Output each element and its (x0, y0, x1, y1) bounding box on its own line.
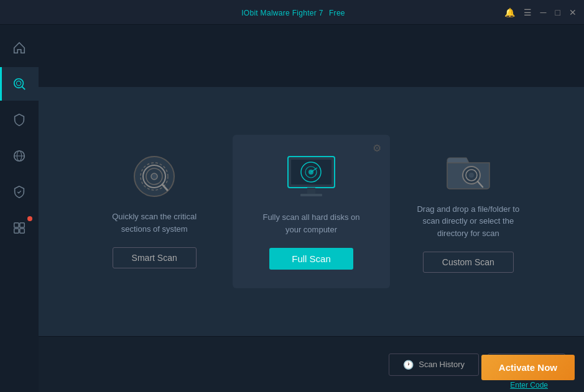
content-area: Quickly scan the critical sections of sy… (39, 25, 584, 392)
close-icon[interactable]: ✕ (569, 7, 577, 17)
svg-point-13 (151, 173, 157, 180)
svg-rect-8 (14, 229, 19, 233)
bell-icon[interactable]: 🔔 (504, 7, 515, 17)
sidebar-item-shield[interactable] (0, 103, 39, 137)
titlebar: IObit Malware Fighter 7 Free 🔔 ☰ ─ □ ✕ (0, 0, 584, 25)
maximize-icon[interactable]: □ (555, 7, 560, 17)
app-badge: Free (329, 9, 345, 17)
svg-point-2 (16, 81, 21, 85)
app-title: IObit Malware Fighter 7 Free (239, 7, 345, 17)
app-name: IObit Malware Fighter 7 (241, 9, 323, 17)
activate-now-button[interactable]: Activate Now (481, 355, 575, 380)
svg-rect-22 (307, 188, 315, 194)
scan-history-button[interactable]: 🕐 Scan History (389, 353, 479, 376)
sidebar-item-apps[interactable] (0, 211, 39, 245)
window-controls: 🔔 ☰ ─ □ ✕ (504, 0, 577, 24)
enter-code-link[interactable]: Enter Code (510, 381, 548, 390)
svg-point-26 (469, 173, 474, 178)
scan-history-label: Scan History (419, 360, 465, 369)
notification-badge (27, 216, 32, 221)
smart-scan-card: Quickly scan the critical sections of sy… (76, 136, 233, 287)
custom-scan-description: Drag and drop a file/folder to scan dire… (412, 203, 524, 240)
smart-scan-icon (132, 155, 176, 198)
smart-scan-description: Quickly scan the critical sections of sy… (98, 211, 210, 235)
svg-line-1 (22, 87, 25, 90)
full-scan-card: ⚙ (233, 135, 389, 288)
smart-scan-button[interactable]: Smart Scan (113, 247, 197, 268)
sidebar-item-network[interactable] (0, 139, 39, 173)
gear-icon[interactable]: ⚙ (373, 142, 381, 154)
history-icon: 🕐 (403, 360, 414, 370)
menu-icon[interactable]: ☰ (524, 7, 532, 17)
full-scan-icon (286, 157, 336, 199)
sidebar-item-home[interactable] (0, 31, 39, 65)
svg-rect-7 (20, 223, 24, 227)
svg-rect-9 (20, 229, 24, 233)
minimize-icon[interactable]: ─ (540, 7, 547, 17)
sidebar (0, 25, 39, 392)
main-layout: Quickly scan the critical sections of sy… (0, 25, 584, 392)
custom-scan-button[interactable]: Custom Scan (423, 252, 514, 273)
top-area (39, 25, 584, 87)
sidebar-item-scan[interactable] (0, 67, 39, 101)
full-scan-description: Fully scan all hard disks on your comput… (255, 211, 367, 235)
custom-scan-icon (445, 150, 491, 191)
sidebar-item-protection[interactable] (0, 175, 39, 209)
svg-rect-23 (300, 194, 322, 196)
svg-rect-6 (14, 223, 19, 227)
scan-cards-area: Quickly scan the critical sections of sy… (39, 87, 584, 336)
full-scan-button[interactable]: Full Scan (269, 248, 353, 270)
svg-point-0 (14, 79, 24, 88)
custom-scan-card: Drag and drop a file/folder to scan dire… (390, 132, 547, 292)
